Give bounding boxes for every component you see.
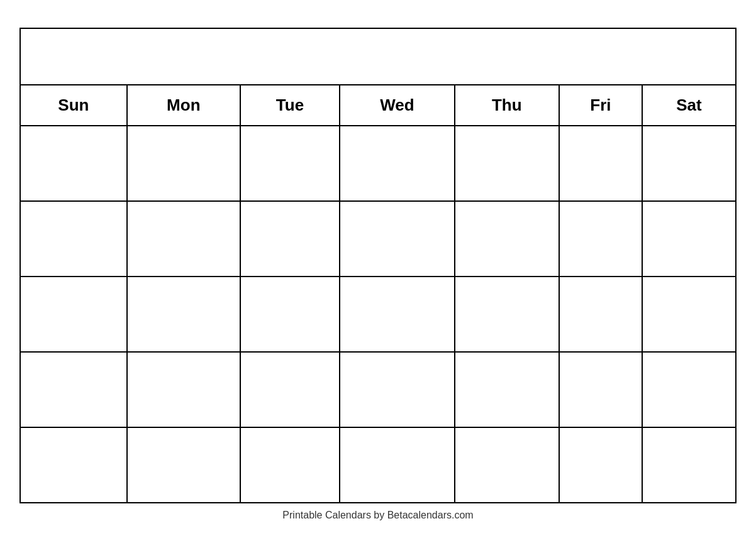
cell-w3-mon [127, 277, 240, 352]
header-tue: Tue [240, 85, 340, 126]
cell-w2-wed [340, 201, 454, 277]
header-row: Sun Mon Tue Wed Thu Fri Sat [20, 85, 736, 126]
title-row [20, 28, 736, 85]
cell-w5-tue [240, 427, 340, 503]
calendar-title [20, 28, 736, 85]
cell-w1-tue [240, 126, 340, 201]
header-sun: Sun [20, 85, 127, 126]
cell-w1-sat [642, 126, 736, 201]
cell-w5-wed [340, 427, 454, 503]
cell-w3-sun [20, 277, 127, 352]
header-mon: Mon [127, 85, 240, 126]
cell-w5-sat [642, 427, 736, 503]
cell-w3-sat [642, 277, 736, 352]
cell-w4-sun [20, 352, 127, 427]
cell-w1-mon [127, 126, 240, 201]
cell-w2-thu [455, 201, 559, 277]
calendar-week-5 [20, 427, 736, 503]
cell-w3-fri [559, 277, 642, 352]
calendar-wrapper: Sun Mon Tue Wed Thu Fri Sat [19, 28, 737, 521]
cell-w2-mon [127, 201, 240, 277]
cell-w1-sun [20, 126, 127, 201]
cell-w3-thu [455, 277, 559, 352]
cell-w4-mon [127, 352, 240, 427]
cell-w4-fri [559, 352, 642, 427]
cell-w3-wed [340, 277, 454, 352]
calendar-week-2 [20, 201, 736, 277]
cell-w3-tue [240, 277, 340, 352]
cell-w2-tue [240, 201, 340, 277]
cell-w5-fri [559, 427, 642, 503]
header-fri: Fri [559, 85, 642, 126]
header-sat: Sat [642, 85, 736, 126]
cell-w4-thu [455, 352, 559, 427]
cell-w2-sat [642, 201, 736, 277]
calendar-table: Sun Mon Tue Wed Thu Fri Sat [19, 28, 737, 503]
cell-w5-mon [127, 427, 240, 503]
calendar-week-1 [20, 126, 736, 201]
footer-text: Printable Calendars by Betacalendars.com [19, 510, 737, 521]
cell-w1-fri [559, 126, 642, 201]
header-thu: Thu [455, 85, 559, 126]
cell-w5-thu [455, 427, 559, 503]
cell-w5-sun [20, 427, 127, 503]
cell-w4-tue [240, 352, 340, 427]
calendar-week-3 [20, 277, 736, 352]
cell-w1-wed [340, 126, 454, 201]
cell-w4-wed [340, 352, 454, 427]
cell-w4-sat [642, 352, 736, 427]
header-wed: Wed [340, 85, 454, 126]
calendar-week-4 [20, 352, 736, 427]
cell-w2-sun [20, 201, 127, 277]
cell-w1-thu [455, 126, 559, 201]
cell-w2-fri [559, 201, 642, 277]
